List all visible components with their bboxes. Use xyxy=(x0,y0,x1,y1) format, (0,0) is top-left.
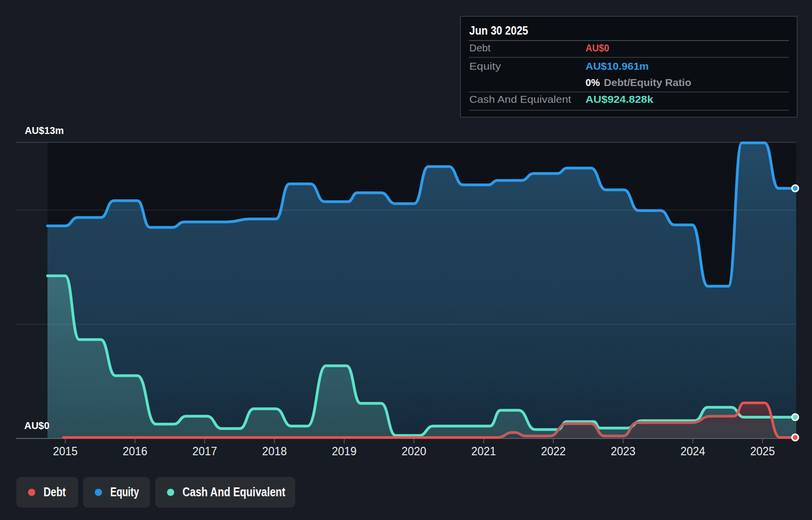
svg-text:AU$13m: AU$13m xyxy=(25,125,64,136)
svg-text:Jun 30 2025: Jun 30 2025 xyxy=(469,24,528,37)
svg-text:Cash And Equivalent: Cash And Equivalent xyxy=(182,485,286,499)
svg-text:2021: 2021 xyxy=(471,444,496,458)
svg-text:2015: 2015 xyxy=(53,444,78,458)
svg-text:2025: 2025 xyxy=(750,444,775,458)
svg-text:Debt: Debt xyxy=(469,42,491,53)
svg-text:2018: 2018 xyxy=(262,444,287,458)
svg-text:AU$0: AU$0 xyxy=(24,420,49,431)
svg-text:Cash And Equivalent: Cash And Equivalent xyxy=(469,93,571,105)
svg-text:Debt/Equity Ratio: Debt/Equity Ratio xyxy=(604,77,691,88)
svg-text:Equity: Equity xyxy=(469,60,501,72)
svg-text:2024: 2024 xyxy=(680,444,705,458)
svg-text:AU$0: AU$0 xyxy=(586,42,609,53)
svg-text:AU$924.828k: AU$924.828k xyxy=(586,93,653,105)
svg-text:Debt: Debt xyxy=(44,485,66,499)
svg-text:2022: 2022 xyxy=(541,444,566,458)
svg-text:Equity: Equity xyxy=(110,485,139,499)
svg-text:2017: 2017 xyxy=(192,444,217,458)
svg-text:0%: 0% xyxy=(586,77,600,88)
svg-text:2019: 2019 xyxy=(332,444,357,458)
svg-text:AU$10.961m: AU$10.961m xyxy=(586,60,649,72)
svg-text:2016: 2016 xyxy=(123,444,147,458)
svg-text:2020: 2020 xyxy=(402,444,426,458)
svg-text:2023: 2023 xyxy=(611,444,635,458)
